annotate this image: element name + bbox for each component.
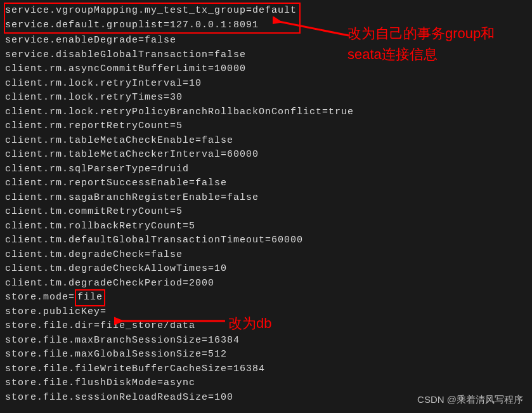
config-line: client.tm.degradeCheckPeriod=2000 xyxy=(5,277,527,291)
config-line: client.rm.reportRetryCount=5 xyxy=(5,119,527,134)
config-line: store.file.flushDiskMode=async xyxy=(5,376,527,391)
config-line: client.rm.tableMetaCheckEnable=false xyxy=(5,134,527,148)
highlighted-store-mode-value: file xyxy=(75,289,105,306)
watermark: CSDN @乘着清风写程序 xyxy=(417,393,523,407)
store-mode-line: store.mode=file xyxy=(5,291,527,305)
config-line: client.tm.degradeCheckAllowTimes=10 xyxy=(5,262,527,277)
config-line: service.default.grouplist=127.0.0.1:8091 xyxy=(5,18,297,33)
config-line: client.rm.sagaBranchRegisterEnable=false xyxy=(5,191,527,206)
config-line: store.file.maxBranchSessionSize=16384 xyxy=(5,334,527,348)
config-line: store.file.maxGlobalSessionSize=512 xyxy=(5,348,527,362)
config-line: store.file.fileWriteBufferCacheSize=1638… xyxy=(5,362,527,377)
config-line: client.rm.lock.retryPolicyBranchRollback… xyxy=(5,105,527,120)
config-line: service.vgroupMapping.my_test_tx_group=d… xyxy=(5,4,297,18)
annotation-mid: 改为db xyxy=(228,313,271,334)
config-line: client.rm.reportSuccessEnable=false xyxy=(5,176,527,191)
config-line: client.tm.defaultGlobalTransactionTimeou… xyxy=(5,233,527,248)
config-line: client.rm.lock.retryTimes=30 xyxy=(5,91,527,105)
config-line: client.tm.rollbackRetryCount=5 xyxy=(5,220,527,234)
config-line: client.tm.degradeCheck=false xyxy=(5,248,527,263)
highlighted-config-box: service.vgroupMapping.my_test_tx_group=d… xyxy=(4,3,301,34)
config-line: client.tm.commitRetryCount=5 xyxy=(5,205,527,220)
annotation-top: 改为自己的事务group和seata连接信息 xyxy=(347,23,525,65)
config-line: client.rm.sqlParserType=druid xyxy=(5,162,527,177)
config-line: client.rm.lock.retryInterval=10 xyxy=(5,77,527,91)
config-line: client.rm.tableMetaCheckerInterval=60000 xyxy=(5,148,527,162)
store-mode-key: store.mode= xyxy=(5,292,75,303)
